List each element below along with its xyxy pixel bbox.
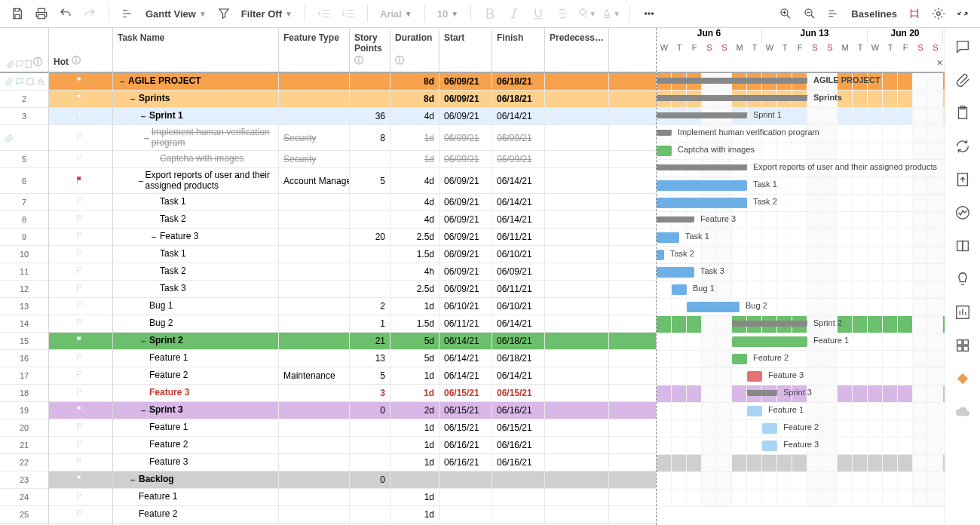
flag-cell[interactable]	[49, 263, 112, 281]
gantt-bar[interactable]	[762, 441, 777, 451]
row-number[interactable]	[0, 73, 48, 91]
gantt-row[interactable]: Implement human verification program	[657, 125, 945, 143]
flag-cell[interactable]	[49, 168, 112, 194]
flag-cell[interactable]	[49, 246, 112, 263]
activity-icon[interactable]	[954, 204, 971, 221]
fill-icon[interactable]: ▼	[577, 4, 596, 23]
flag-cell[interactable]	[49, 281, 112, 298]
row-number[interactable]: 2	[0, 91, 48, 108]
row-number[interactable]: 8	[0, 211, 48, 229]
row-number[interactable]: 25	[0, 506, 48, 523]
print-icon[interactable]	[32, 4, 51, 23]
task-row[interactable]: Feature 31d06/16/2106/16/21	[113, 454, 656, 471]
gantt-summary-bar[interactable]	[657, 130, 672, 136]
flag-cell[interactable]	[49, 350, 112, 367]
gantt-chart[interactable]: Jun 6Jun 13Jun 20 WTFSSMTWTFSSMTWTFSS ✕ …	[657, 28, 945, 525]
task-row[interactable]: Feature 2Maintenance51d06/14/2106/14/21	[113, 367, 656, 385]
undo-icon[interactable]	[56, 4, 75, 23]
flag-cell[interactable]	[49, 125, 112, 151]
gantt-view-dropdown[interactable]: Gantt View▼	[142, 8, 210, 20]
flag-cell[interactable]	[49, 229, 112, 246]
task-row[interactable]: Task 11.5d06/09/2106/10/21	[113, 246, 656, 263]
gantt-summary-bar[interactable]	[657, 78, 807, 84]
gantt-row[interactable]: Feature 3	[657, 212, 945, 229]
row-number[interactable]: 16	[0, 350, 48, 367]
textcolor-icon[interactable]: ▼	[601, 4, 620, 23]
gantt-summary-bar[interactable]	[657, 95, 807, 101]
task-row[interactable]: Feature 11d	[113, 489, 656, 506]
task-row[interactable]: –Feature 3202.5d06/09/2106/11/21	[113, 229, 656, 246]
close-icon[interactable]: ✕	[936, 58, 943, 68]
task-row[interactable]: Bug 211.5d06/11/2106/14/21	[113, 315, 656, 333]
row-number[interactable]: 6	[0, 168, 48, 194]
task-row[interactable]: –Export reports of user and their assign…	[113, 168, 656, 194]
gantt-row[interactable]: Sprint 3	[657, 385, 945, 403]
gantt-row[interactable]: Bug 2	[657, 299, 945, 316]
task-row[interactable]: Feature 331d06/15/2106/15/21	[113, 385, 656, 402]
row-number[interactable]: 13	[0, 298, 48, 315]
gantt-summary-bar[interactable]	[747, 390, 777, 396]
row-number[interactable]	[0, 125, 48, 151]
gantt-bar[interactable]	[657, 232, 679, 243]
filter-icon[interactable]	[214, 4, 234, 23]
refresh-icon[interactable]	[954, 138, 971, 155]
column-header-pred[interactable]: Predecess…	[545, 28, 609, 72]
gantt-bar[interactable]	[732, 354, 747, 364]
collapse-icon[interactable]	[953, 4, 972, 23]
save-icon[interactable]	[8, 4, 27, 23]
flag-cell[interactable]	[49, 367, 112, 385]
idea-icon[interactable]	[954, 271, 971, 287]
gantt-summary-bar[interactable]	[657, 112, 747, 118]
cloud-icon[interactable]	[954, 404, 971, 420]
gantt-row[interactable]: Sprint 2	[657, 316, 945, 333]
gantt-bar[interactable]	[657, 267, 694, 278]
row-number[interactable]: 9	[0, 229, 48, 246]
filter-dropdown[interactable]: Filter Off▼	[238, 8, 296, 20]
flag-cell[interactable]	[49, 194, 112, 211]
bold-icon[interactable]	[480, 4, 500, 23]
task-row[interactable]: –Implement human verification programSec…	[113, 125, 656, 151]
row-number[interactable]: 20	[0, 419, 48, 437]
gantt-bar[interactable]	[672, 284, 687, 295]
gantt-row[interactable]	[657, 490, 945, 507]
font-dropdown[interactable]: Arial▼	[377, 8, 415, 20]
gantt-row[interactable]: Sprints	[657, 91, 945, 108]
row-number[interactable]: 15	[0, 333, 48, 350]
row-number[interactable]: 22	[0, 454, 48, 471]
gantt-icon[interactable]	[118, 4, 138, 23]
task-row[interactable]: Task 24h06/09/2106/09/21	[113, 263, 656, 281]
row-number[interactable]: 19	[0, 402, 48, 419]
flag-cell[interactable]	[49, 385, 112, 402]
row-number[interactable]: 21	[0, 437, 48, 454]
flag-cell[interactable]	[49, 151, 112, 168]
task-row[interactable]: Task 24d06/09/2106/14/21	[113, 211, 656, 229]
zoom-out-icon[interactable]	[800, 4, 819, 23]
row-number[interactable]: 14	[0, 315, 48, 333]
gantt-bar[interactable]	[657, 146, 672, 156]
flag-cell[interactable]	[49, 108, 112, 125]
flag-cell[interactable]	[49, 315, 112, 333]
gantt-row[interactable]: Sprint 1	[657, 108, 945, 125]
indent-icon[interactable]	[338, 4, 358, 23]
flag-cell[interactable]	[49, 298, 112, 315]
task-row[interactable]: Feature 1135d06/14/2106/18/21	[113, 350, 656, 367]
baselines-button[interactable]: Baselines	[848, 8, 900, 20]
gantt-row[interactable]: AGILE PROJECT	[657, 73, 945, 91]
gantt-row[interactable]: Bug 1	[657, 281, 945, 299]
column-header-story[interactable]: Story Pointsⓘ	[350, 28, 390, 72]
task-row[interactable]: Feature 21d	[113, 506, 656, 523]
gantt-summary-bar[interactable]	[732, 321, 807, 327]
gantt-bar[interactable]	[747, 406, 762, 416]
row-number[interactable]: 3	[0, 108, 48, 125]
gantt-row[interactable]	[657, 455, 945, 472]
upload-icon[interactable]	[954, 171, 971, 188]
diamond-icon[interactable]	[954, 370, 971, 387]
column-header-start[interactable]: Start	[439, 28, 492, 72]
comments-icon[interactable]	[954, 38, 971, 55]
gantt-row[interactable]: Task 3	[657, 264, 945, 281]
flag-cell[interactable]	[49, 454, 112, 471]
gantt-bar[interactable]	[657, 250, 664, 260]
flag-cell[interactable]	[49, 506, 112, 523]
chart-icon[interactable]	[954, 304, 971, 321]
gantt-summary-bar[interactable]	[657, 216, 694, 223]
